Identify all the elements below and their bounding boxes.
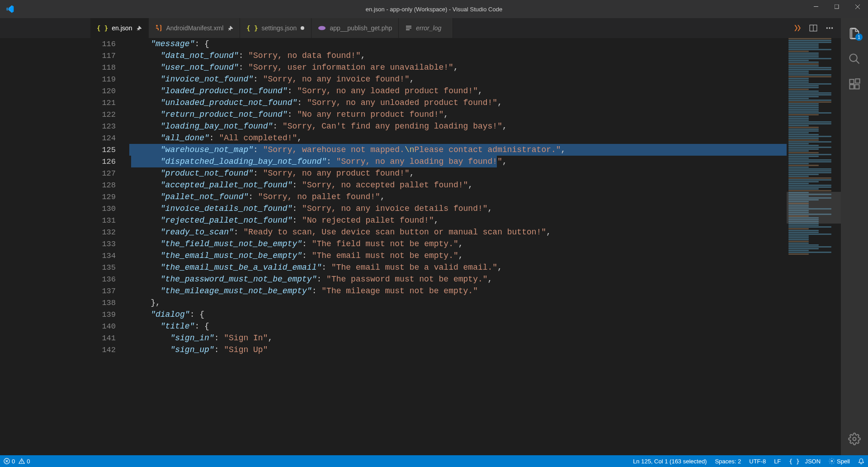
- tab-settings-json[interactable]: { }settings.json: [240, 18, 311, 38]
- spell-status[interactable]: Spell: [829, 458, 850, 465]
- toggle-preview-icon[interactable]: [793, 24, 801, 32]
- problems-errors[interactable]: 0: [4, 458, 15, 465]
- main-area: { }en.jsonAndroidManifest.xml{ }settings…: [0, 18, 868, 455]
- tab-label: error_log: [416, 24, 441, 32]
- svg-rect-16: [855, 85, 859, 89]
- svg-point-18: [853, 438, 856, 441]
- vscode-logo-icon: [5, 5, 14, 14]
- tab-AndroidManifest-xml[interactable]: AndroidManifest.xml: [149, 18, 240, 38]
- explorer-badge: 1: [855, 33, 863, 41]
- svg-rect-4: [406, 26, 411, 27]
- svg-point-10: [829, 27, 830, 29]
- minimap[interactable]: [787, 38, 841, 455]
- svg-point-9: [826, 27, 828, 29]
- title-bar: en.json - app-only (Workspace) - Visual …: [0, 0, 868, 18]
- activity-bar: 1: [841, 18, 868, 455]
- split-editor-icon[interactable]: [809, 24, 817, 32]
- cursor-position[interactable]: Ln 125, Col 1 (163 selected): [633, 458, 707, 465]
- xml-file-icon: [155, 24, 162, 32]
- code-area[interactable]: "message": { "data_not_found": "Sorry, n…: [129, 38, 787, 455]
- folding-strip: [121, 38, 129, 455]
- minimap-viewport[interactable]: [787, 192, 841, 224]
- search-activity-icon[interactable]: [844, 48, 865, 70]
- tab-label: settings.json: [262, 24, 297, 32]
- line-number-gutter: 1161171181191201211221231241251261271281…: [90, 38, 121, 455]
- pin-icon[interactable]: [227, 25, 233, 31]
- svg-point-3: [318, 26, 326, 30]
- window-maximize-button[interactable]: [826, 0, 847, 14]
- log-file-icon: [405, 24, 412, 32]
- svg-point-12: [850, 54, 857, 62]
- language-status[interactable]: { } JSON: [789, 458, 821, 465]
- dirty-indicator-icon: [300, 26, 305, 30]
- svg-rect-0: [814, 6, 818, 7]
- editor-actions: [786, 18, 841, 38]
- extensions-activity-icon[interactable]: [844, 73, 865, 95]
- tab-app--publish-get-php[interactable]: app__publish_get.php: [311, 18, 399, 38]
- svg-rect-1: [835, 5, 839, 9]
- svg-point-2: [301, 26, 304, 30]
- explorer-activity-icon[interactable]: 1: [844, 23, 865, 44]
- pin-icon[interactable]: [136, 25, 142, 31]
- tab-label: app__publish_get.php: [330, 24, 392, 32]
- svg-rect-14: [850, 80, 854, 84]
- tab-label: en.json: [112, 24, 132, 32]
- tab-label: AndroidManifest.xml: [166, 24, 223, 32]
- editor-area: { }en.jsonAndroidManifest.xml{ }settings…: [0, 18, 841, 455]
- errors-count: 0: [12, 458, 15, 465]
- window-minimize-button[interactable]: [806, 0, 826, 14]
- eol-status[interactable]: LF: [774, 458, 781, 465]
- window-close-button[interactable]: [847, 0, 868, 14]
- indentation-status[interactable]: Spaces: 2: [715, 458, 741, 465]
- svg-point-22: [831, 460, 833, 462]
- svg-rect-6: [406, 29, 410, 30]
- svg-rect-17: [855, 79, 859, 83]
- svg-point-21: [22, 462, 22, 463]
- problems-warnings[interactable]: 0: [19, 458, 30, 465]
- editor-content[interactable]: 1161171181191201211221231241251261271281…: [0, 38, 841, 455]
- settings-gear-icon[interactable]: [844, 428, 865, 450]
- notifications-bell-icon[interactable]: [858, 458, 864, 464]
- warnings-count: 0: [27, 458, 30, 465]
- svg-rect-15: [850, 85, 854, 89]
- svg-line-13: [856, 61, 859, 64]
- window-controls: [806, 0, 868, 14]
- json-file-icon: { }: [97, 24, 108, 32]
- php-file-icon: [318, 25, 326, 31]
- tab-en-json[interactable]: { }en.json: [90, 18, 149, 38]
- tab-error-log[interactable]: error_log: [399, 18, 453, 38]
- svg-rect-5: [406, 28, 411, 29]
- tabs-bar: { }en.jsonAndroidManifest.xml{ }settings…: [0, 18, 841, 38]
- svg-point-11: [831, 27, 833, 29]
- encoding-status[interactable]: UTF-8: [749, 458, 766, 465]
- json-file-icon: { }: [246, 24, 258, 32]
- more-actions-icon[interactable]: [826, 24, 834, 32]
- window-title: en.json - app-only (Workspace) - Visual …: [366, 6, 502, 13]
- status-bar: 0 0 Ln 125, Col 1 (163 selected) Spaces:…: [0, 455, 868, 467]
